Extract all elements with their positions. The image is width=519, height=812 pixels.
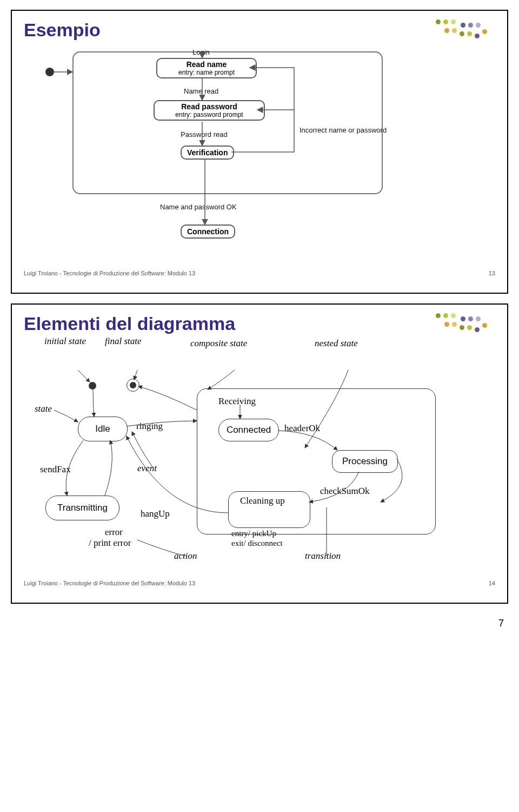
state-connection: Connection — [181, 225, 235, 239]
state-read-password-title: Read password — [158, 102, 261, 111]
legend-event: event — [137, 463, 157, 474]
legend-state: state — [35, 404, 52, 414]
svg-line-7 — [78, 370, 90, 382]
state-transmitting-label: Transmitting — [57, 503, 108, 513]
footer-number-2: 14 — [489, 580, 495, 586]
label-checksumok: checkSumOk — [320, 486, 370, 497]
fax-initial-dot — [89, 382, 96, 390]
page-number: 7 — [0, 613, 519, 633]
footer-text: Luigi Troiano - Tecnologie di Produzione… — [24, 270, 195, 276]
legend-initial-state: initial state — [44, 336, 86, 347]
label-ok: Name and password OK — [160, 203, 237, 211]
label-print-error: / print error — [89, 538, 131, 549]
label-incorrect: Incorrect name or password — [300, 126, 387, 134]
decor-dots-2 — [432, 310, 497, 342]
slide-footer: Luigi Troiano - Tecnologie di Produzione… — [24, 270, 495, 276]
state-read-password-entry: entry: password prompt — [158, 111, 261, 118]
state-verification-label: Verification — [187, 148, 228, 157]
state-read-name-entry: entry: name prompt — [161, 69, 252, 76]
state-connection-label: Connection — [187, 227, 229, 236]
legend-transition: transition — [305, 551, 341, 562]
state-read-name: Read name entry: name prompt — [156, 58, 257, 78]
svg-line-8 — [134, 370, 137, 380]
label-password-read: Password read — [181, 130, 228, 138]
legend-final-state: final state — [105, 336, 142, 347]
state-idle: Idle — [78, 417, 128, 441]
state-read-password: Read password entry: password prompt — [154, 100, 265, 121]
state-verification: Verification — [181, 146, 234, 160]
fax-diagram: state Idle ringing sendFax event Transmi… — [24, 367, 495, 572]
slide-title-2: Elementi del diagramma — [24, 313, 495, 334]
state-idle-label: Idle — [95, 424, 110, 434]
state-connected: Connected — [218, 419, 279, 441]
label-exit: exit/ disconnect — [231, 539, 283, 548]
label-entry: entry/ pickUp — [231, 529, 276, 538]
label-name-read: Name read — [184, 87, 218, 95]
label-ringing: ringing — [136, 421, 163, 432]
state-transmitting: Transmitting — [45, 496, 119, 520]
legend-nested-state: nested state — [315, 338, 358, 349]
label-headerok: headerOk — [284, 423, 320, 434]
initial-state-dot — [45, 68, 54, 76]
label-login: Login — [192, 48, 210, 56]
legend-composite-state: composite state — [190, 338, 247, 349]
decor-dots — [432, 16, 497, 49]
fax-final-state — [127, 379, 139, 392]
footer-text-2: Luigi Troiano - Tecnologie di Produzione… — [24, 580, 195, 586]
state-connected-label: Connected — [227, 425, 271, 435]
slide-footer-2: Luigi Troiano - Tecnologie di Produzione… — [24, 580, 495, 586]
label-sendfax: sendFax — [40, 464, 71, 475]
footer-number: 13 — [489, 270, 495, 276]
label-cleaning: Cleaning up — [240, 496, 285, 506]
slide-esempio: Esempio Read name entry: name prompt Rea… — [11, 10, 508, 294]
state-processing-label: Processing — [342, 456, 388, 467]
label-error: error — [105, 527, 123, 538]
label-receiving: Receiving — [218, 396, 256, 407]
label-hangup: hangUp — [141, 509, 170, 519]
state-read-name-title: Read name — [161, 60, 252, 69]
slide-title: Esempio — [24, 19, 495, 41]
login-diagram: Read name entry: name prompt Read passwo… — [24, 46, 495, 262]
slide-elementi: Elementi del diagramma initial state fin… — [11, 303, 508, 604]
state-processing: Processing — [332, 450, 398, 473]
legend-action: action — [174, 551, 197, 562]
